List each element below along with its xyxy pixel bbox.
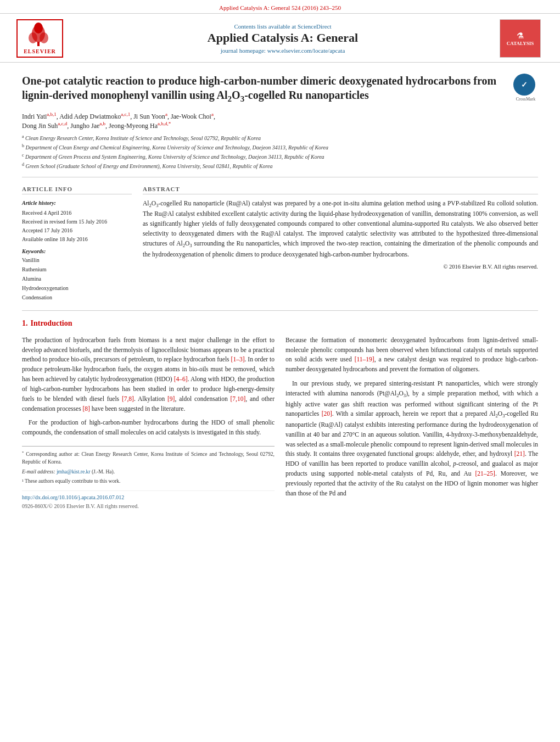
affiliation-d: d Green School (Graduate School of Energ… xyxy=(22,161,508,170)
ref-9: [9] xyxy=(167,395,175,402)
intro-para-3: Because the formation of monomeric deoxy… xyxy=(285,336,538,375)
abstract-paragraph: Al2O3-cogelled Ru nanoparticle (Ru@Al) c… xyxy=(143,199,538,260)
crossmark-icon: ✓ xyxy=(513,74,535,96)
elsevier-logo-area: ELSEVIER xyxy=(16,19,66,58)
section-number: 1. xyxy=(22,319,28,328)
ref-4-6: [4–6] xyxy=(174,376,188,382)
svg-point-2 xyxy=(29,32,37,43)
article-title-area: One-pot catalytic reaction to produce hi… xyxy=(22,74,508,171)
abstract-col: ABSTRACT Al2O3-cogelled Ru nanoparticle … xyxy=(143,186,538,302)
ref-1-3: [1–3] xyxy=(231,356,245,362)
crossmark-area: ✓ CrossMark xyxy=(513,74,538,102)
revised-date: Received in revised form 15 July 2016 xyxy=(22,217,132,226)
footnote-email: E-mail address: jmha@kist.re.kr (J.-M. H… xyxy=(22,468,275,476)
svg-point-4 xyxy=(34,23,43,34)
accepted-date: Accepted 17 July 2016 xyxy=(22,226,132,235)
doi-link[interactable]: http://dx.doi.org/10.1016/j.apcata.2016.… xyxy=(22,493,275,502)
page: Applied Catalysis A: General 524 (2016) … xyxy=(0,0,560,742)
history-label: Article history: xyxy=(22,199,132,208)
keyword-4: Hydrodeoxygenation xyxy=(22,283,132,293)
keyword-3: Alumina xyxy=(22,274,132,283)
authors: Indri Yatia,b,1, Adid Adep Dwiatmokoa,c,… xyxy=(22,111,508,130)
svg-rect-0 xyxy=(37,42,40,46)
email-link[interactable]: jmha@kist.re.kr xyxy=(57,469,91,475)
abstract-header: ABSTRACT xyxy=(143,186,538,194)
received-date: Received 4 April 2016 xyxy=(22,209,132,217)
homepage-url[interactable]: www.elsevier.com/locate/apcata xyxy=(267,47,345,54)
footnote-equal: ¹ These authors equally contribute to th… xyxy=(22,477,275,485)
article-history: Article history: Received 4 April 2016 R… xyxy=(22,199,132,244)
ref-7-10: [7,10] xyxy=(230,395,245,402)
intro-para-1: The production of hydrocarbon fuels from… xyxy=(22,336,275,414)
issn-line: 0926-860X/© 2016 Elsevier B.V. All right… xyxy=(22,502,275,511)
journal-homepage: journal homepage: www.elsevier.com/locat… xyxy=(66,47,500,54)
keywords-list: Vanillin Ruthenium Alumina Hydrodeoxygen… xyxy=(22,255,132,302)
footnote-corresponding: * Corresponding author at: Clean Energy … xyxy=(22,450,275,466)
keyword-1: Vanillin xyxy=(22,255,132,265)
keyword-5: Condensation xyxy=(22,293,132,302)
catalysis-icon: ⚗ xyxy=(517,31,524,41)
intro-body: The production of hydrocarbon fuels from… xyxy=(22,336,538,510)
doi-footer: http://dx.doi.org/10.1016/j.apcata.2016.… xyxy=(22,490,275,510)
journal-header: ELSEVIER Contents lists available at Sci… xyxy=(0,14,560,63)
main-content: One-pot catalytic reaction to produce hi… xyxy=(0,63,560,510)
catalysis-logo-area: ⚗ CATALYSIS xyxy=(500,19,544,58)
abstract-text: Al2O3-cogelled Ru nanoparticle (Ru@Al) c… xyxy=(143,199,538,260)
affiliation-c: c Department of Green Process and System… xyxy=(22,152,508,161)
intro-right-col: Because the formation of monomeric deoxy… xyxy=(285,336,538,510)
journal-citation-bar: Applied Catalysis A: General 524 (2016) … xyxy=(0,0,560,14)
journal-title-area: Contents lists available at ScienceDirec… xyxy=(66,23,500,54)
ref-8b: [8] xyxy=(83,405,90,412)
footnotes: * Corresponding author at: Clean Energy … xyxy=(22,446,275,485)
elsevier-tree-graphic xyxy=(20,23,60,48)
affiliation-b: b Department of Clean Energy and Chemica… xyxy=(22,143,508,152)
svg-point-3 xyxy=(40,32,48,43)
ref-20: [20] xyxy=(322,410,332,417)
article-info-abstract: ARTICLE INFO Article history: Received 4… xyxy=(22,177,538,311)
elsevier-box: ELSEVIER xyxy=(16,19,63,58)
crossmark-label: CrossMark xyxy=(513,97,538,102)
homepage-label: journal homepage: xyxy=(221,47,266,54)
keywords-label: Keywords: xyxy=(22,248,132,254)
contents-line: Contents lists available at ScienceDirec… xyxy=(66,23,500,30)
catalysis-label: CATALYSIS xyxy=(507,41,534,46)
section-heading: 1. Introduction xyxy=(22,319,538,332)
contents-label: Contents lists available at xyxy=(234,23,296,30)
intro-left-col: The production of hydrocarbon fuels from… xyxy=(22,336,275,510)
ref-11-19: [11–19] xyxy=(355,356,374,362)
catalysis-box: ⚗ CATALYSIS xyxy=(500,19,541,58)
article-info-col: ARTICLE INFO Article history: Received 4… xyxy=(22,186,132,302)
article-info-header: ARTICLE INFO xyxy=(22,186,132,194)
ref-7-8: [7,8] xyxy=(122,395,134,402)
article-title-section: One-pot catalytic reaction to produce hi… xyxy=(22,63,538,177)
affiliations: a Clean Energy Research Center, Korea In… xyxy=(22,133,508,171)
journal-citation: Applied Catalysis A: General 524 (2016) … xyxy=(219,4,341,11)
intro-para-2: For the production of high-carbon-number… xyxy=(22,418,275,438)
ref-21-25: [21–25] xyxy=(475,470,495,477)
elsevier-label: ELSEVIER xyxy=(20,48,60,54)
article-title: One-pot catalytic reaction to produce hi… xyxy=(22,74,508,105)
introduction-section: 1. Introduction The production of hydroc… xyxy=(22,311,538,510)
copyright: © 2016 Elsevier B.V. All rights reserved… xyxy=(143,264,538,270)
section-title: Introduction xyxy=(31,319,72,328)
ref-21: [21] xyxy=(514,450,525,457)
sciencedirect-link[interactable]: ScienceDirect xyxy=(298,23,332,30)
keyword-2: Ruthenium xyxy=(22,265,132,274)
affiliation-a: a Clean Energy Research Center, Korea In… xyxy=(22,133,508,142)
available-date: Available online 18 July 2016 xyxy=(22,235,132,244)
journal-name: Applied Catalysis A: General xyxy=(66,31,500,45)
intro-para-4: In our previous study, we prepared sinte… xyxy=(285,379,538,498)
